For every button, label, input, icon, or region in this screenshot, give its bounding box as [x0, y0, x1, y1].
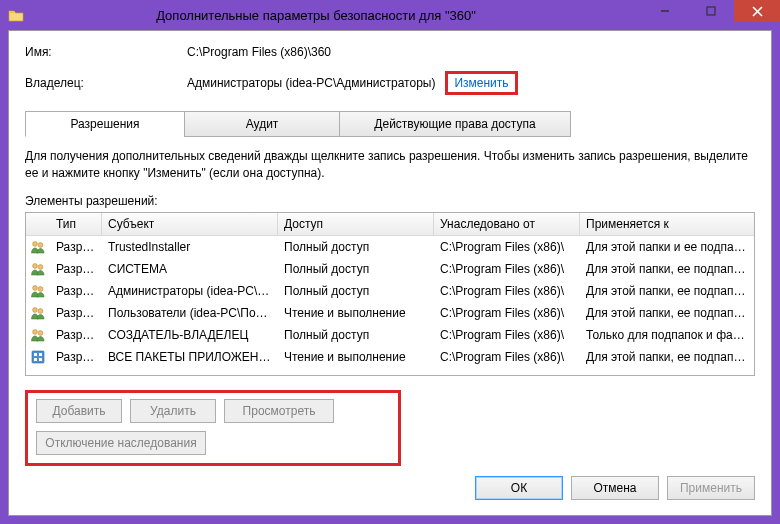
col-applies[interactable]: Применяется к	[580, 213, 754, 235]
svg-rect-16	[39, 353, 42, 356]
svg-point-11	[38, 308, 43, 313]
svg-rect-14	[32, 351, 44, 363]
permissions-panel: Для получения дополнительных сведений дв…	[25, 136, 755, 466]
add-button[interactable]: Добавить	[36, 399, 122, 423]
app-package-icon	[30, 349, 46, 365]
row-access: Чтение и выполнение	[278, 306, 434, 320]
owner-label: Владелец:	[25, 76, 187, 90]
tab-audit[interactable]: Аудит	[184, 111, 340, 137]
row-type: Разр…	[50, 262, 102, 276]
col-type[interactable]: Тип	[50, 213, 102, 235]
cancel-button[interactable]: Отмена	[571, 476, 659, 500]
remove-button[interactable]: Удалить	[130, 399, 216, 423]
row-inherited: C:\Program Files (x86)\	[434, 262, 580, 276]
row-type: Разр…	[50, 328, 102, 342]
apply-button[interactable]: Применить	[667, 476, 755, 500]
permissions-list[interactable]: Тип Субъект Доступ Унаследовано от Приме…	[25, 212, 755, 376]
row-icon-cell	[26, 305, 50, 321]
table-row[interactable]: Разр…СИСТЕМАПолный доступC:\Program File…	[26, 258, 754, 280]
list-body: Разр…TrustedInstallerПолный доступC:\Pro…	[26, 236, 754, 368]
row-inherited: C:\Program Files (x86)\	[434, 328, 580, 342]
group-icon	[30, 239, 46, 255]
svg-point-10	[33, 307, 38, 312]
panel-description: Для получения дополнительных сведений дв…	[25, 148, 755, 182]
name-value: C:\Program Files (x86)\360	[187, 45, 331, 59]
row-access: Полный доступ	[278, 240, 434, 254]
row-type: Разр…	[50, 306, 102, 320]
row-applies: Для этой папки, ее подпапок …	[580, 306, 754, 320]
row-applies: Для этой папки и ее подпапок	[580, 240, 754, 254]
ok-button[interactable]: ОК	[475, 476, 563, 500]
owner-row: Владелец: Администраторы (idea-PC\Админи…	[25, 71, 755, 95]
window-title: Дополнительные параметры безопасности дл…	[30, 8, 642, 23]
minimize-button[interactable]	[642, 0, 688, 22]
col-principal[interactable]: Субъект	[102, 213, 278, 235]
permission-buttons-group: Добавить Удалить Просмотреть Отключение …	[25, 390, 401, 466]
change-owner-link[interactable]: Изменить	[445, 71, 517, 95]
row-inherited: C:\Program Files (x86)\	[434, 284, 580, 298]
window-controls	[642, 0, 780, 22]
row-applies: Для этой папки, ее подпапок …	[580, 284, 754, 298]
client-area: Имя: C:\Program Files (x86)\360 Владелец…	[8, 30, 772, 516]
row-icon-cell	[26, 239, 50, 255]
row-applies: Для этой папки, ее подпапок …	[580, 350, 754, 364]
list-header: Тип Субъект Доступ Унаследовано от Приме…	[26, 213, 754, 236]
row-access: Чтение и выполнение	[278, 350, 434, 364]
maximize-button[interactable]	[688, 0, 734, 22]
svg-point-4	[33, 241, 38, 246]
col-access[interactable]: Доступ	[278, 213, 434, 235]
group-icon	[30, 305, 46, 321]
svg-point-7	[38, 264, 43, 269]
row-inherited: C:\Program Files (x86)\	[434, 240, 580, 254]
table-row[interactable]: Разр…ВСЕ ПАКЕТЫ ПРИЛОЖЕНИЙЧтение и выпол…	[26, 346, 754, 368]
close-button[interactable]	[734, 0, 780, 22]
group-icon	[30, 283, 46, 299]
svg-point-12	[33, 329, 38, 334]
row-principal: TrustedInstaller	[102, 240, 278, 254]
col-icon[interactable]	[26, 213, 50, 235]
table-row[interactable]: Разр…Администраторы (idea-PC\А…Полный до…	[26, 280, 754, 302]
table-row[interactable]: Разр…Пользователи (idea-PC\Пол…Чтение и …	[26, 302, 754, 324]
table-row[interactable]: Разр…СОЗДАТЕЛЬ-ВЛАДЕЛЕЦПолный доступC:\P…	[26, 324, 754, 346]
svg-rect-18	[39, 358, 42, 361]
row-icon-cell	[26, 327, 50, 343]
svg-point-13	[38, 330, 43, 335]
row-applies: Только для подпапок и файл…	[580, 328, 754, 342]
row-access: Полный доступ	[278, 284, 434, 298]
row-principal: Администраторы (idea-PC\А…	[102, 284, 278, 298]
row-inherited: C:\Program Files (x86)\	[434, 350, 580, 364]
tabstrip: Разрешения Аудит Действующие права досту…	[25, 111, 755, 137]
folder-icon	[8, 8, 24, 22]
owner-value: Администраторы (idea-PC\Администраторы)	[187, 76, 435, 90]
table-row[interactable]: Разр…TrustedInstallerПолный доступC:\Pro…	[26, 236, 754, 258]
row-principal: ВСЕ ПАКЕТЫ ПРИЛОЖЕНИЙ	[102, 350, 278, 364]
tab-effective-access[interactable]: Действующие права доступа	[339, 111, 571, 137]
view-button[interactable]: Просмотреть	[224, 399, 334, 423]
svg-point-8	[33, 285, 38, 290]
group-icon	[30, 327, 46, 343]
svg-point-6	[33, 263, 38, 268]
panel-subheading: Элементы разрешений:	[25, 194, 755, 208]
svg-point-9	[38, 286, 43, 291]
svg-rect-15	[34, 353, 37, 356]
titlebar[interactable]: Дополнительные параметры безопасности дл…	[0, 0, 780, 30]
row-type: Разр…	[50, 284, 102, 298]
dialog-buttons: ОК Отмена Применить	[25, 476, 755, 500]
svg-rect-17	[34, 358, 37, 361]
tab-permissions[interactable]: Разрешения	[25, 111, 185, 137]
row-access: Полный доступ	[278, 328, 434, 342]
name-label: Имя:	[25, 45, 187, 59]
svg-rect-1	[707, 7, 715, 15]
row-inherited: C:\Program Files (x86)\	[434, 306, 580, 320]
svg-point-5	[38, 242, 43, 247]
disable-inheritance-button[interactable]: Отключение наследования	[36, 431, 206, 455]
row-principal: СОЗДАТЕЛЬ-ВЛАДЕЛЕЦ	[102, 328, 278, 342]
row-icon-cell	[26, 261, 50, 277]
security-window: Дополнительные параметры безопасности дл…	[0, 0, 780, 524]
row-applies: Для этой папки, ее подпапок …	[580, 262, 754, 276]
col-inherited[interactable]: Унаследовано от	[434, 213, 580, 235]
row-access: Полный доступ	[278, 262, 434, 276]
group-icon	[30, 261, 46, 277]
row-icon-cell	[26, 349, 50, 365]
row-principal: Пользователи (idea-PC\Пол…	[102, 306, 278, 320]
